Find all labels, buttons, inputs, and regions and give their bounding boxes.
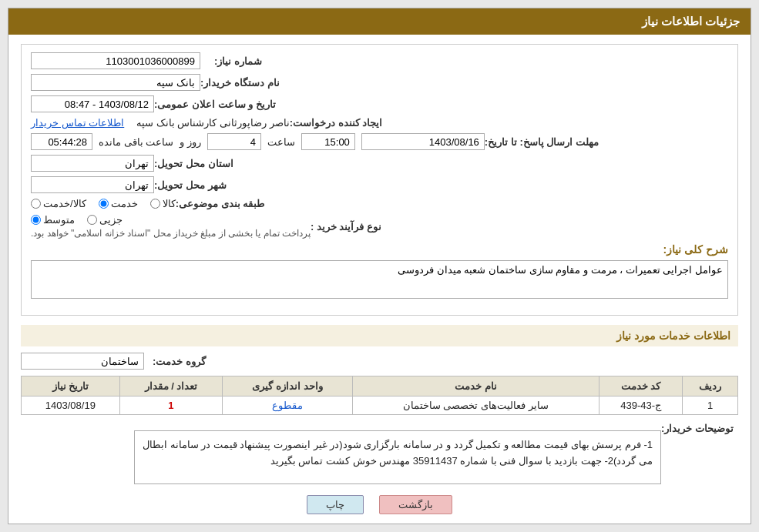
shomara-label: شماره نیاز: <box>200 55 262 67</box>
services-section: اطلاعات خدمات مورد نیاز گروه خدمت: ردیف … <box>21 325 738 484</box>
tabaqe-kala-label: کالا <box>163 198 176 209</box>
ijad-row: ایجاد کننده درخواست: ناصر رضاپورثانی کار… <box>31 117 728 129</box>
col-unit: واحد اندازه گیری <box>223 376 352 396</box>
sharh-textarea[interactable] <box>31 260 728 299</box>
feraaind-jozii-item: جزیی <box>87 214 123 226</box>
col-code: کد خدمت <box>599 376 683 396</box>
col-count: تعداد / مقدار <box>119 376 223 396</box>
table-cell-4: 1 <box>119 396 223 415</box>
tarikh-input[interactable] <box>31 95 154 112</box>
feraaind-radio-group: متوسط جزیی <box>31 214 123 226</box>
content-area: شماره نیاز: نام دستگاه خریدار: تاریخ و س… <box>8 35 751 524</box>
buyer-notes-label: توضیحات خریدار: <box>661 423 734 434</box>
mohlat-row: مهلت ارسال پاسخ: تا تاریخ: ساعت باقی مان… <box>31 133 728 150</box>
saat-label: ساعت <box>267 136 295 148</box>
group-input[interactable] <box>21 353 144 370</box>
tarikh-label: تاریخ و ساعت اعلان عمومی: <box>154 99 276 110</box>
ostan-input[interactable] <box>31 155 154 172</box>
tabaqe-kala-item: کالا <box>150 198 176 209</box>
ijad-label: ایجاد کننده درخواست: <box>290 117 383 129</box>
ijad-value: ناصر رضاپورثانی کارشناس بانک سپه <box>136 117 289 129</box>
name-dastgah-row: نام دستگاه خریدار: <box>31 74 728 91</box>
table-row: 1ج-43-439سایر فعالیت‌های تخصصی ساختمانمق… <box>22 396 738 415</box>
page-wrapper: جزئیات اطلاعات نیاز شماره نیاز: نام دستگ… <box>0 0 759 532</box>
tabaqe-khedmat-radio[interactable] <box>99 199 109 209</box>
page-header: جزئیات اطلاعات نیاز <box>8 8 751 35</box>
col-date: تاریخ نیاز <box>22 376 120 396</box>
services-title: اطلاعات خدمات مورد نیاز <box>21 325 738 346</box>
name-dastgah-label: نام دستگاه خریدار: <box>200 77 280 89</box>
tabaqe-row: طبقه بندی موضوعی: کالا/خدمت خدمت کالا <box>31 198 728 209</box>
tabaqe-kala-khedmat-label: کالا/خدمت <box>43 198 86 209</box>
shahr-input[interactable] <box>31 176 154 193</box>
feraaind-label: نوع فرآیند خرید : <box>311 221 381 233</box>
feraaind-jozii-radio[interactable] <box>87 215 97 225</box>
buyer-notes-content: 1- فرم پرسش بهای قیمت مطالعه و تکمیل گرد… <box>134 430 661 484</box>
mohlat-label: مهلت ارسال پاسخ: تا تاریخ: <box>485 136 599 148</box>
ostan-label: استان محل تحویل: <box>154 158 233 169</box>
feraaind-row: نوع فرآیند خرید : متوسط جزیی <box>31 214 728 239</box>
tarikh-row: تاریخ و ساعت اعلان عمومی: <box>31 95 728 112</box>
sharh-section: شرح کلی نیاز: <box>31 243 728 301</box>
feraaind-col: متوسط جزیی پرداخت تمام یا بخشی از مبلغ خ… <box>31 214 311 239</box>
feraaind-motavasset-item: متوسط <box>31 214 75 226</box>
shomara-input[interactable] <box>31 52 200 69</box>
group-row: گروه خدمت: <box>21 353 738 370</box>
roz-label: روز و <box>180 136 201 148</box>
tabaqe-kala-khedmat-item: کالا/خدمت <box>31 198 86 209</box>
page-title: جزئیات اطلاعات نیاز <box>642 15 740 28</box>
table-cell-5: 1403/08/19 <box>22 396 120 415</box>
date-input[interactable] <box>361 133 485 150</box>
tabaqe-khedmat-label: خدمت <box>111 198 138 209</box>
table-cell-1: ج-43-439 <box>599 396 683 415</box>
feraaind-jozii-label: جزیی <box>99 214 123 226</box>
back-button[interactable]: بازگشت <box>379 495 452 514</box>
feraaind-motavasset-radio[interactable] <box>31 215 41 225</box>
tabaqe-label: طبقه بندی موضوعی: <box>176 198 265 209</box>
table-cell-0: 1 <box>683 396 738 415</box>
col-radif: ردیف <box>683 376 738 396</box>
print-button[interactable]: چاپ <box>307 495 364 514</box>
feraaind-note: پرداخت تمام یا بخشی از مبلغ خریداز محل "… <box>31 228 311 239</box>
form-section: شماره نیاز: نام دستگاه خریدار: تاریخ و س… <box>21 44 738 316</box>
sharh-title: شرح کلی نیاز: <box>31 243 728 256</box>
tabaqe-khedmat-item: خدمت <box>99 198 138 209</box>
ostan-row: استان محل تحویل: <box>31 155 728 172</box>
remaining-label: ساعت باقی مانده <box>99 136 173 148</box>
tabaqe-kala-radio[interactable] <box>150 199 160 209</box>
button-row: بازگشت چاپ <box>21 495 738 514</box>
ettelaat-tamas-link[interactable]: اطلاعات تماس خریدار <box>31 117 124 129</box>
shahr-row: شهر محل تحویل: <box>31 176 728 193</box>
buyer-notes-line2: می گردد)2- جهت بازدید با سوال فنی با شما… <box>143 453 653 470</box>
tabaqe-kala-khedmat-radio[interactable] <box>31 199 41 209</box>
shomara-row: شماره نیاز: <box>31 52 728 69</box>
tabaqe-radio-group: کالا/خدمت خدمت کالا <box>31 198 176 209</box>
name-dastgah-input[interactable] <box>31 74 200 91</box>
mohlat-inline: ساعت باقی مانده روز و ساعت <box>31 133 485 150</box>
shahr-label: شهر محل تحویل: <box>154 179 227 191</box>
buyer-notes-row: توضیحات خریدار: 1- فرم پرسش بهای قیمت مط… <box>21 423 738 484</box>
saat-input[interactable] <box>301 133 355 150</box>
table-cell-3: مقطوع <box>223 396 352 415</box>
col-name: نام خدمت <box>352 376 599 396</box>
group-label: گروه خدمت: <box>144 356 206 367</box>
roz-input[interactable] <box>207 133 261 150</box>
feraaind-motavasset-label: متوسط <box>43 214 75 226</box>
buyer-notes-line1: 1- فرم پرسش بهای قیمت مطالعه و تکمیل گرد… <box>143 437 653 453</box>
remaining-input[interactable] <box>31 133 92 150</box>
main-container: جزئیات اطلاعات نیاز شماره نیاز: نام دستگ… <box>8 8 751 524</box>
services-table: ردیف کد خدمت نام خدمت واحد اندازه گیری ت… <box>21 376 738 415</box>
table-cell-2: سایر فعالیت‌های تخصصی ساختمان <box>352 396 599 415</box>
